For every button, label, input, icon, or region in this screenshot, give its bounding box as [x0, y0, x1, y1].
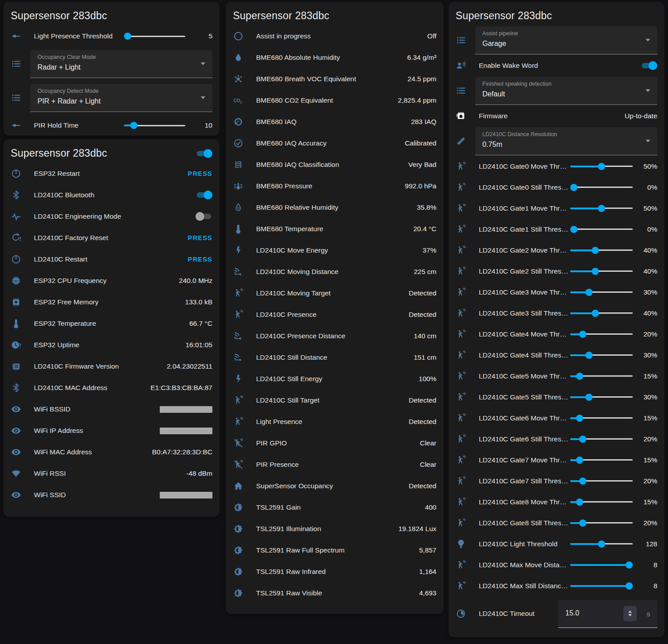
entity-name: Light Presence Threshold: [34, 32, 124, 40]
toggle-switch[interactable]: [195, 191, 212, 199]
slider-thumb[interactable]: [626, 561, 633, 569]
entity-rows: Assist pipelineGarageEnable Wake WordFin…: [448, 25, 664, 631]
entity-row: SuperSensor OccupancyDetected: [226, 475, 444, 497]
slider-track[interactable]: [570, 187, 633, 188]
chevron-down-icon: [201, 96, 205, 99]
select-value: 0.75m: [482, 141, 502, 149]
slider[interactable]: [570, 372, 633, 380]
slider[interactable]: [570, 162, 633, 170]
chevron-down-icon: [646, 89, 650, 92]
slider[interactable]: [570, 582, 633, 590]
slider[interactable]: [124, 32, 185, 40]
slider[interactable]: [570, 204, 633, 212]
decrement-icon[interactable]: [628, 614, 632, 616]
increment-icon[interactable]: [628, 611, 632, 613]
entity-name: LD2410C Gate1 Move Thr…: [479, 204, 570, 212]
slider[interactable]: [570, 477, 633, 485]
card-settings: Supersensor 283dbcAssist pipelineGarageE…: [448, 2, 664, 637]
slider[interactable]: [570, 246, 633, 254]
slider[interactable]: [570, 351, 633, 359]
entity-name: Firmware: [479, 112, 619, 120]
motion-sensor-icon: [456, 266, 466, 277]
motion-sensor-icon: [456, 287, 466, 298]
switch-thumb: [203, 191, 212, 199]
select-field[interactable]: Finished speaking detectionDefault: [475, 77, 657, 105]
slider[interactable]: [570, 456, 633, 464]
press-button[interactable]: PRESS: [188, 234, 212, 241]
slider-thumb[interactable]: [592, 247, 599, 254]
select-field[interactable]: Occupancy Detect ModePIR + Radar + Light: [30, 84, 212, 112]
press-button[interactable]: PRESS: [188, 170, 212, 177]
slider-value: 15%: [638, 372, 657, 380]
select-field[interactable]: Assist pipelineGarage: [475, 26, 657, 54]
slider[interactable]: [570, 267, 633, 275]
slider-value: 0%: [638, 225, 657, 233]
slider-thumb[interactable]: [598, 540, 605, 548]
entity-name: LD2410C Gate2 Move Thr…: [479, 246, 570, 254]
slider-thumb[interactable]: [592, 268, 599, 275]
slider-thumb[interactable]: [585, 394, 593, 401]
slider[interactable]: [570, 330, 633, 338]
slider[interactable]: [124, 121, 185, 129]
entity-name: LD2410C Gate6 Still Thres…: [479, 435, 570, 443]
entity-name: LD2410C Presence: [256, 311, 403, 319]
entity-state: Off: [427, 32, 436, 40]
slider[interactable]: [570, 183, 633, 191]
slider-thumb[interactable]: [576, 499, 583, 506]
slider-thumb[interactable]: [130, 122, 137, 129]
entity-name: BME680 IAQ: [256, 118, 406, 126]
card-power-toggle[interactable]: [195, 149, 212, 158]
slider-thumb[interactable]: [598, 205, 605, 212]
slider-thumb[interactable]: [592, 310, 599, 317]
entity-name: WiFi SSID: [34, 491, 154, 499]
slider-thumb[interactable]: [576, 415, 583, 422]
entity-name: BME680 CO2 Equivalent: [256, 96, 393, 104]
slider-thumb[interactable]: [576, 373, 583, 380]
eye-icon: [11, 490, 21, 500]
slider-thumb[interactable]: [579, 478, 586, 485]
toggle-switch[interactable]: [640, 61, 657, 70]
entity-state: Clear: [420, 461, 436, 469]
slider[interactable]: [570, 519, 633, 527]
card-title: Supersensor 283dbc: [233, 10, 329, 22]
entity-row: FirmwareUp-to-date: [448, 105, 664, 126]
slider[interactable]: [570, 393, 633, 401]
slider-thumb[interactable]: [579, 436, 586, 443]
select-field[interactable]: LD2410C Distance Resolution0.75m: [475, 127, 657, 155]
signal-distance-icon: [233, 352, 244, 363]
slider-thumb[interactable]: [570, 226, 577, 233]
slider-thumb[interactable]: [585, 352, 593, 359]
slider[interactable]: [570, 225, 633, 233]
slider-thumb[interactable]: [579, 331, 586, 338]
svg-text:CO: CO: [234, 98, 241, 103]
slider-fill: [570, 564, 630, 566]
entity-row: 32ESP32 CPU Frequency240.0 MHz: [4, 270, 220, 291]
slider-thumb[interactable]: [124, 33, 131, 40]
brightness-icon: [233, 588, 244, 598]
slider[interactable]: [570, 288, 633, 296]
slider-thumb[interactable]: [585, 289, 593, 296]
slider-thumb[interactable]: [576, 457, 583, 464]
motion-sensor-off-icon: [233, 459, 244, 470]
slider-thumb[interactable]: [579, 519, 586, 527]
slider[interactable]: [570, 309, 633, 317]
entity-name: ESP32 CPU Frequency: [34, 277, 174, 285]
slider[interactable]: [570, 540, 633, 548]
press-button[interactable]: PRESS: [188, 256, 212, 263]
slider-thumb[interactable]: [598, 163, 605, 170]
lightning-bolt-icon: [233, 245, 244, 256]
number-field[interactable]: 15.0s: [558, 600, 657, 628]
slider-track[interactable]: [570, 229, 633, 230]
slider[interactable]: [570, 498, 633, 506]
select-field[interactable]: Occupancy Clear ModeRadar + Light: [30, 50, 212, 78]
slider-track[interactable]: [124, 36, 185, 37]
slider[interactable]: [570, 561, 633, 569]
slider[interactable]: [570, 435, 633, 443]
slider[interactable]: [570, 414, 633, 422]
toggle-switch[interactable]: [195, 212, 212, 221]
eye-icon: [11, 425, 21, 436]
entity-name: WiFi BSSID: [34, 405, 154, 413]
slider-thumb[interactable]: [626, 582, 633, 590]
stepper[interactable]: [623, 606, 637, 621]
slider-thumb[interactable]: [570, 184, 577, 191]
